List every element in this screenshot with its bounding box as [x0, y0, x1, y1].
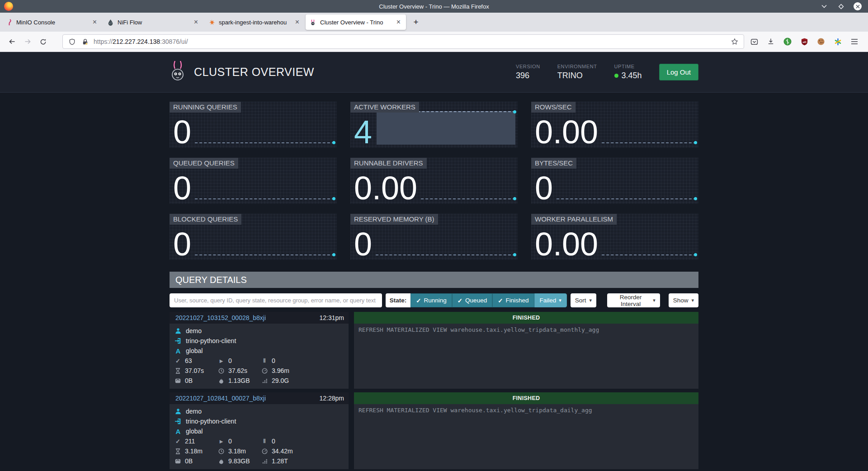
logout-button[interactable]: Log Out [659, 64, 698, 80]
version-stat: VERSION 396 [516, 64, 540, 80]
state-filter-group: State: ✓ Running ▾ ✓ Queued ▾ ✓ Finished… [386, 293, 567, 307]
ublock-origin-icon[interactable]: uO [800, 37, 809, 46]
uptime-stat: UPTIME 3.45h [614, 64, 642, 80]
check-icon: ✓ [416, 297, 421, 304]
chevron-down-icon: ▾ [590, 297, 592, 303]
extension-green-icon[interactable] [783, 37, 792, 46]
state-filter-button-label: Finished [505, 297, 528, 304]
menu-hamburger-icon[interactable] [850, 37, 859, 46]
tab-cluster-overview[interactable]: Cluster Overview - Trino × [306, 14, 406, 30]
completed-splits: 211 [185, 438, 195, 445]
pocket-icon[interactable] [750, 37, 759, 46]
stat-sparkline-chart: 0 [535, 175, 696, 201]
query-id-link[interactable]: 20221027_103152_00028_b8xji [175, 314, 266, 321]
current-memory: 0B [185, 377, 193, 384]
close-tab-icon[interactable]: × [91, 19, 99, 26]
stat-label: RESERVED MEMORY (B) [350, 214, 438, 225]
wall-time-clock-icon [218, 368, 225, 374]
query-search-input[interactable] [170, 293, 382, 307]
running-splits-icon: ▶ [218, 358, 225, 363]
close-tab-icon[interactable]: × [395, 19, 402, 26]
close-tab-icon[interactable]: × [293, 19, 301, 26]
reorder-interval-button[interactable]: Reorder Interval▾ [607, 293, 660, 307]
source-login-icon [175, 418, 182, 424]
query-time: 12:31pm [320, 314, 344, 321]
stat-label: ROWS/SEC [531, 102, 576, 113]
cumulative-memory-icon [261, 459, 268, 464]
running-splits-icon: ▶ [218, 439, 225, 444]
forward-icon[interactable] [20, 34, 35, 49]
sort-button[interactable]: Sort▾ [571, 293, 596, 307]
sparkline-baseline [195, 142, 335, 143]
sparkline-baseline [602, 254, 696, 255]
cluster-stat-box: WORKER PARALLELISM 0.00 [531, 214, 698, 260]
colorful-asterisk-extension-icon[interactable] [833, 37, 842, 46]
query-resource-group: global [186, 428, 203, 435]
stat-label: QUEUED QUERIES [170, 158, 238, 169]
state-filter-button-label: Running [424, 297, 447, 304]
show-button[interactable]: Show▾ [669, 293, 698, 307]
url-bar[interactable]: https://212.227.224.138:30876/ui/ [62, 34, 744, 49]
sparkline-baseline [376, 254, 515, 255]
reload-icon[interactable] [35, 34, 51, 49]
tab-label: spark-ingest-into-warehou [219, 19, 293, 26]
stat-value: 4 [354, 119, 372, 145]
cluster-stat-box: ROWS/SEC 0.00 [531, 102, 698, 148]
trino-cluster-overview-page: CLUSTER OVERVIEW VERSION 396 ENVIRONMENT… [0, 52, 868, 471]
query-text-snippet: REFRESH MATERIALIZED VIEW warehouse.taxi… [354, 324, 698, 389]
queued-time-hourglass-icon [175, 448, 181, 454]
svg-text:uO: uO [802, 41, 807, 43]
query-id-link[interactable]: 20221027_102841_00027_b8xji [175, 395, 266, 402]
lock-warning-icon[interactable] [80, 37, 90, 46]
state-filter-label: State: [386, 293, 411, 307]
close-tab-icon[interactable]: × [192, 19, 200, 26]
sparkline-point [332, 253, 335, 256]
peak-memory: 1.13GB [228, 377, 250, 384]
cpu-time-gauge-icon [261, 368, 268, 374]
window-title: Cluster Overview - Trino — Mozilla Firef… [0, 3, 868, 10]
stat-value: 0 [173, 231, 191, 257]
bookmark-star-icon[interactable] [730, 37, 739, 46]
queued-splits: 0 [272, 438, 275, 445]
tab-label: MinIO Console [16, 19, 91, 26]
query-row: 20221027_103152_00028_b8xji 12:31pm demo… [170, 312, 698, 389]
peak-memory-flame-icon [218, 378, 225, 384]
chevron-down-icon: ▾ [691, 297, 694, 303]
sparkline-point [513, 110, 516, 113]
state-filter-button[interactable]: ✓ Finished ▾ [492, 293, 534, 307]
tab-minio-console[interactable]: MinIO Console × [2, 14, 102, 30]
browser-toolbar: https://212.227.224.138:30876/ui/ uO [0, 32, 868, 52]
stat-label: BYTES/SEC [531, 158, 576, 169]
state-filter-button-label: Queued [465, 297, 487, 304]
stat-label: BLOCKED QUERIES [170, 214, 241, 225]
window-titlebar: Cluster Overview - Trino — Mozilla Firef… [0, 0, 868, 13]
resource-group-icon: A [175, 347, 182, 355]
page-header: CLUSTER OVERVIEW VERSION 396 ENVIRONMENT… [0, 52, 868, 93]
nifi-icon [107, 19, 114, 26]
maximize-icon[interactable] [837, 2, 845, 10]
sparkline-point [694, 197, 697, 200]
sparkline-area-fill [377, 111, 515, 145]
stat-value: 0.00 [535, 119, 598, 145]
state-filter-button[interactable]: ✓ Failed ▾ [534, 293, 567, 307]
shield-icon[interactable] [67, 37, 76, 46]
tab-spark-job[interactable]: spark-ingest-into-warehou × [204, 14, 305, 30]
state-filter-button[interactable]: ✓ Running ▾ [410, 293, 452, 307]
chevron-down-icon: ▾ [559, 297, 561, 303]
check-icon: ✓ [498, 297, 503, 304]
queued-time: 3.18m [185, 447, 203, 455]
resource-group-icon: A [175, 428, 182, 435]
back-icon[interactable] [5, 34, 20, 49]
query-summary: demo trino-python-client Aglobal ✓63 ▶0 … [170, 324, 349, 389]
new-tab-button[interactable]: + [409, 15, 423, 29]
stat-value: 0 [173, 175, 191, 201]
cookie-extension-icon[interactable] [816, 37, 826, 46]
downloads-icon[interactable] [766, 37, 775, 46]
state-filter-button-label: Failed [540, 297, 557, 304]
cpu-time-gauge-icon [261, 448, 268, 454]
minimize-icon[interactable] [820, 2, 828, 10]
tab-nifi-flow[interactable]: NiFi Flow × [103, 14, 203, 30]
close-window-icon[interactable] [854, 2, 862, 10]
state-filter-button[interactable]: ✓ Queued ▾ [452, 293, 492, 307]
query-row: 20221027_102841_00027_b8xji 12:28pm demo… [170, 392, 698, 469]
